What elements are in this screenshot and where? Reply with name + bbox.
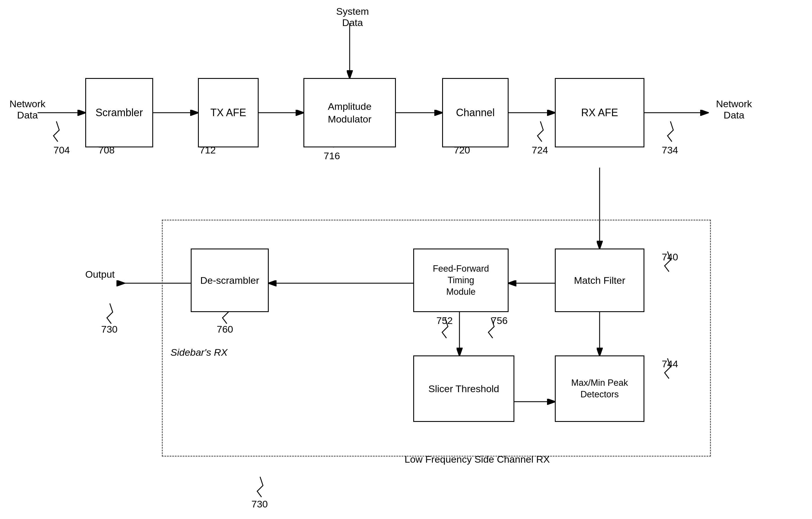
tx-afe-block: TX AFE [198, 78, 259, 147]
max-min-block: Max/Min Peak Detectors [555, 355, 644, 422]
network-data-out-label: Network Data [711, 98, 757, 121]
feed-forward-block: Feed-ForwardTimingModule [413, 249, 509, 312]
descrambler-block: De-scrambler [191, 249, 269, 312]
ref-752: 752 [436, 315, 453, 326]
ref-724: 724 [532, 144, 548, 156]
network-data-in-label: Network Data [9, 98, 46, 121]
sidebar-rx-label: Sidebar's RX [171, 347, 227, 358]
amp-mod-block: AmplitudeModulator [303, 78, 396, 147]
ref-740: 740 [662, 252, 678, 263]
slicer-threshold-block: Slicer Threshold [413, 355, 514, 422]
ref-704: 704 [54, 144, 70, 156]
ref-748: 756 [491, 315, 508, 326]
ref-712: 712 [199, 144, 216, 156]
ref-744: 744 [662, 358, 678, 370]
system-data-label: SystemData [326, 6, 379, 28]
ref-730: 730 [252, 498, 268, 510]
ref-720: 720 [454, 144, 470, 156]
scrambler-block: Scrambler [85, 78, 153, 147]
match-filter-block: Match Filter [555, 249, 644, 312]
ref-716: 716 [324, 150, 340, 162]
low-freq-label: Low Frequency Side Channel RX [405, 454, 550, 465]
channel-block: Channel [442, 78, 509, 147]
ref-756: 760 [217, 324, 233, 335]
output-label: Output [85, 269, 115, 280]
rx-afe-block: RX AFE [555, 78, 644, 147]
diagram: Network Data 704 Scrambler 708 TX AFE 71… [0, 0, 812, 519]
ref-734: 734 [662, 144, 678, 156]
ref-708: 708 [98, 144, 115, 156]
ref-760: 730 [101, 324, 118, 335]
